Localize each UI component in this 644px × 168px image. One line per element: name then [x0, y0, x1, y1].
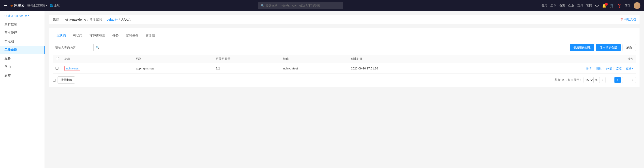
bottom-checkbox[interactable]	[53, 78, 56, 82]
logo[interactable]: ⊗ 阿里云	[10, 3, 25, 8]
pagination-total-info: 共有1条，每页显示：	[554, 78, 582, 82]
nav-official[interactable]: 官网	[586, 4, 592, 8]
sidebar-menu: 集群信息 节点管理 节点池 工作负载 服务 路由 发布	[0, 20, 44, 80]
table-row: nginx-nas app:nginx-nas 2/2 nginx:latest…	[53, 64, 636, 74]
tab-cron[interactable]: 定时任务	[122, 31, 142, 40]
sidebar-item-label: 路由	[4, 65, 11, 68]
action-monitor-link[interactable]: 监控	[616, 67, 622, 70]
action-more-link[interactable]: 更多 ▾	[626, 66, 633, 70]
tabs-bar: 无状态 有状态 守护进程集 任务 定时任务 容器组	[53, 31, 636, 40]
namespace-label: 命名空间：	[90, 18, 105, 22]
create-by-image-button[interactable]: 使用镜像创建	[570, 44, 594, 51]
cart-icon[interactable]: 🛒	[610, 4, 614, 8]
action-sep-2: |	[604, 67, 604, 70]
breadcrumb: 集群： nginx-nas-demo / 命名空间： default ▾ / 无…	[53, 18, 130, 22]
pagination: 共有1条，每页显示： 10 25 50 条 « ‹ 1 › »	[554, 77, 636, 83]
nav-enterprise[interactable]: 企业	[568, 4, 574, 8]
prev-page-button[interactable]: ‹	[607, 77, 613, 83]
main-content: 集群： nginx-nas-demo / 命名空间： default ▾ / 无…	[45, 11, 644, 168]
row-tags-cell: app:nginx-nas	[133, 64, 213, 74]
next-page-button[interactable]: ›	[622, 77, 628, 83]
row-checkbox[interactable]	[56, 67, 58, 70]
main-layout: ‹ nginx-nas-demo ▾ 集群信息 节点管理 节点池 工作负载 服务…	[0, 11, 644, 168]
sidebar-item-route[interactable]: 路由	[0, 63, 44, 71]
breadcrumb-sep-1: /	[87, 18, 88, 21]
sidebar-item-node-mgmt[interactable]: 节点管理	[0, 29, 44, 37]
current-page-button[interactable]: 1	[614, 77, 621, 83]
action-edit-link[interactable]: 编辑	[596, 67, 602, 70]
refresh-button[interactable]: 刷新	[622, 44, 636, 51]
toolbar-right: 使用镜像创建 使用模板创建 刷新	[570, 44, 636, 51]
logo-text: 阿里云	[14, 3, 25, 8]
sidebar-back-button[interactable]: ‹ nginx-nas-demo ▾	[0, 11, 44, 20]
col-create-time: 创建时间	[348, 55, 458, 64]
tab-stateless[interactable]: 无状态	[53, 31, 70, 40]
last-page-button[interactable]: »	[630, 77, 636, 83]
sidebar-item-deploy[interactable]: 发布	[0, 71, 44, 80]
action-detail-link[interactable]: 详情	[586, 67, 592, 70]
row-create-time-cell: 2020-09-30 17:51:26	[348, 64, 458, 74]
col-image: 镜像	[280, 55, 348, 64]
workload-name-link[interactable]: nginx-nas	[64, 66, 80, 71]
sidebar-item-label: 服务	[4, 56, 11, 60]
create-by-template-button[interactable]: 使用模板创建	[596, 44, 621, 51]
avatar[interactable]	[634, 2, 640, 9]
table-search-button[interactable]: 🔍	[94, 44, 102, 51]
account-nav-item[interactable]: 账号全部资源 ▾	[27, 4, 47, 8]
namespace-name-link[interactable]: default ▾	[106, 18, 118, 21]
bell-icon[interactable]: 🔔 ·	[602, 4, 606, 8]
top-search-box: 🔍	[62, 2, 539, 9]
first-page-button[interactable]: «	[599, 77, 606, 83]
tab-stateful[interactable]: 有状态	[70, 31, 86, 40]
nav-fees[interactable]: 费用	[542, 4, 547, 8]
col-name: 名称	[62, 55, 133, 64]
tab-job[interactable]: 任务	[109, 31, 122, 40]
top-search-icon: 🔍	[261, 4, 264, 8]
action-sep-4: |	[624, 67, 624, 70]
page-size-select[interactable]: 10 25 50	[584, 77, 594, 83]
namespace-value: default	[106, 18, 116, 21]
sidebar-item-cluster-info[interactable]: 集群信息	[0, 20, 44, 29]
tab-daemon[interactable]: 守护进程集	[86, 31, 109, 40]
region-label: 全球	[54, 4, 60, 8]
col-tags: 标签	[133, 55, 213, 64]
top-search-input[interactable]	[266, 4, 340, 8]
hamburger-icon[interactable]: ☰	[4, 3, 8, 8]
question-icon[interactable]: ❓	[617, 4, 622, 8]
sidebar-item-service[interactable]: 服务	[0, 54, 44, 63]
table-search-box: 🔍	[53, 44, 102, 51]
language-switch[interactable]: 简体	[625, 4, 630, 8]
monitor-icon[interactable]: 🖵	[595, 4, 599, 8]
more-label: 更多	[626, 66, 632, 70]
select-all-checkbox[interactable]	[56, 57, 59, 60]
sidebar: ‹ nginx-nas-demo ▾ 集群信息 节点管理 节点池 工作负载 服务…	[0, 11, 45, 168]
account-label: 账号全部资源	[27, 4, 45, 8]
nav-filing[interactable]: 备案	[559, 4, 565, 8]
action-sep-3: |	[613, 67, 614, 70]
nav-right-items: 费用 工单 备案 企业 支持 官网 🖵 🔔 · 🛒 ❓ 简体	[542, 2, 640, 9]
bell-badge: ·	[605, 3, 608, 6]
nav-support[interactable]: 支持	[577, 4, 583, 8]
help-link-text: 帮助文档	[624, 18, 636, 22]
sidebar-item-workload[interactable]: 工作负载	[0, 46, 44, 54]
help-link[interactable]: ❓ 帮助文档	[620, 18, 636, 22]
region-nav-item[interactable]: 🌐 全球	[50, 4, 60, 8]
batch-delete-button[interactable]: 批量删除	[58, 76, 75, 84]
top-nav: ☰ ⊗ 阿里云 账号全部资源 ▾ 🌐 全球 🔍 费用 工单 备案 企业 支持 官…	[0, 0, 644, 11]
sidebar-cluster-name: nginx-nas-demo	[6, 14, 27, 17]
bottom-left: 批量删除	[53, 76, 75, 84]
sidebar-item-label: 节点管理	[4, 31, 17, 34]
globe-icon: 🌐	[50, 4, 53, 8]
row-image-cell: nginx:latest	[280, 64, 348, 74]
toolbar-left: 🔍	[53, 44, 102, 51]
sidebar-item-node-pool[interactable]: 节点池	[0, 37, 44, 46]
content-card: 无状态 有状态 守护进程集 任务 定时任务 容器组 🔍	[49, 28, 640, 87]
row-checkbox-cell	[53, 64, 62, 74]
nav-workorder[interactable]: 工单	[550, 4, 556, 8]
tab-pod[interactable]: 容器组	[142, 31, 158, 40]
sidebar-item-label: 工作负载	[4, 48, 17, 52]
logo-brand-icon: ⊗	[10, 4, 13, 8]
table-search-input[interactable]	[53, 44, 94, 51]
workload-table: 名称 标签 容器组数量 镜像 创建时间 操作 nginx-nas	[53, 55, 636, 74]
action-scale-link[interactable]: 伸缩	[606, 67, 612, 70]
